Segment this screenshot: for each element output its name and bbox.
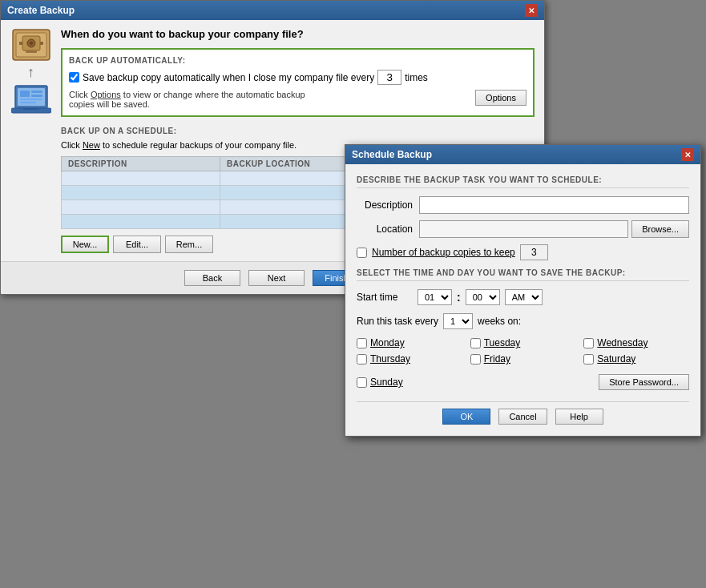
schedule-dialog-close-button[interactable]: ✕ — [681, 148, 694, 161]
location-label: Location — [357, 224, 413, 235]
sunday-checkbox[interactable] — [357, 377, 367, 388]
time-section-label: SELECT THE TIME AND DAY YOU WANT TO SAVE… — [357, 268, 689, 281]
friday-checkbox[interactable] — [470, 354, 481, 364]
svg-rect-11 — [23, 108, 39, 110]
auto-backup-section: BACK UP AUTOMATICALLY: Save backup copy … — [61, 48, 535, 117]
svg-rect-12 — [20, 91, 30, 97]
description-row: Description — [357, 196, 689, 214]
create-backup-titlebar: Create Backup ✕ — [1, 1, 544, 20]
monday-day: Monday — [357, 337, 462, 348]
run-task-row: Run this task every 1234 weeks on: — [357, 313, 689, 329]
svg-rect-14 — [31, 95, 42, 97]
laptop-icon — [11, 83, 51, 115]
saturday-day: Saturday — [583, 353, 689, 364]
thursday-day: Thursday — [357, 353, 462, 364]
schedule-dialog-title: Schedule Backup — [352, 149, 432, 160]
next-button[interactable]: Next — [248, 270, 305, 286]
backup-copies-row: Number of backup copies to keep — [357, 244, 689, 260]
time-section: SELECT THE TIME AND DAY YOU WANT TO SAVE… — [357, 268, 689, 425]
monday-label: Monday — [370, 337, 405, 348]
remove-button[interactable]: Rem... — [165, 236, 213, 253]
dialog-footer: OK Cancel Help — [357, 401, 689, 425]
cancel-button[interactable]: Cancel — [498, 409, 547, 425]
wednesday-label: Wednesday — [597, 337, 648, 348]
weeks-select[interactable]: 1234 — [443, 313, 473, 329]
svg-rect-13 — [31, 91, 42, 93]
svg-rect-15 — [20, 99, 42, 100]
create-backup-title: Create Backup — [7, 5, 75, 16]
sunday-store-row: Sunday Store Password... — [357, 374, 689, 390]
schedule-dialog-titlebar: Schedule Backup ✕ — [345, 145, 700, 164]
create-backup-close-button[interactable]: ✕ — [525, 4, 538, 17]
sunday-label: Sunday — [370, 377, 403, 388]
main-question: When do you want to backup your company … — [61, 28, 535, 40]
describe-section-label: DESCRIBE THE BACKUP TASK YOU WANT TO SCH… — [357, 175, 689, 188]
schedule-dialog: Schedule Backup ✕ DESCRIBE THE BACKUP TA… — [345, 144, 701, 437]
start-minute-select[interactable]: 00153045 — [466, 289, 500, 305]
tuesday-label: Tuesday — [484, 337, 521, 348]
svg-rect-5 — [19, 42, 22, 45]
down-arrow-icon: ↑ — [27, 65, 34, 79]
tuesday-checkbox[interactable] — [470, 338, 481, 348]
auto-backup-text: Save backup copy automatically when I cl… — [83, 72, 374, 83]
friday-label: Friday — [484, 353, 510, 364]
new-button[interactable]: New... — [61, 236, 109, 253]
svg-rect-7 — [26, 50, 37, 53]
auto-backup-checkbox[interactable] — [69, 72, 79, 83]
friday-day: Friday — [470, 353, 576, 364]
edit-button[interactable]: Edit... — [113, 236, 161, 253]
thursday-label: Thursday — [370, 353, 410, 364]
start-time-label: Start time — [357, 292, 413, 303]
wednesday-day: Wednesday — [583, 337, 689, 348]
col-description: DESCRIPTION — [62, 157, 220, 171]
saturday-checkbox[interactable] — [583, 354, 594, 364]
backup-copies-label: Number of backup copies to keep — [372, 247, 515, 258]
start-time-row: Start time 01020304 05060708 09101112 : … — [357, 289, 689, 305]
ampm-select[interactable]: AMPM — [505, 289, 543, 305]
options-text: Click Options to view or change where th… — [69, 90, 309, 109]
location-input[interactable] — [419, 220, 628, 238]
description-input[interactable] — [419, 196, 689, 214]
monday-checkbox[interactable] — [357, 338, 367, 348]
backup-copies-input[interactable] — [520, 244, 548, 260]
colon: : — [457, 291, 461, 304]
sunday-day: Sunday — [357, 377, 403, 388]
times-input[interactable] — [377, 70, 401, 85]
days-grid: Monday Tuesday Wednesday Thursday Friday — [357, 337, 689, 364]
dialog-content: DESCRIBE THE BACKUP TASK YOU WANT TO SCH… — [345, 164, 700, 436]
wednesday-checkbox[interactable] — [583, 338, 594, 348]
tuesday-day: Tuesday — [470, 337, 576, 348]
description-label: Description — [357, 199, 413, 211]
auto-backup-label: BACK UP AUTOMATICALLY: — [69, 56, 526, 65]
browse-button[interactable]: Browse... — [631, 220, 689, 238]
run-task-label: Run this task every — [357, 316, 438, 327]
store-password-button[interactable]: Store Password... — [599, 374, 689, 390]
back-button[interactable]: Back — [184, 270, 240, 286]
backup-copies-checkbox[interactable] — [357, 248, 367, 258]
help-button[interactable]: Help — [555, 409, 603, 425]
thursday-checkbox[interactable] — [357, 354, 367, 364]
times-label: times — [405, 72, 428, 83]
safe-icon — [11, 28, 51, 62]
location-row: Location Browse... — [357, 220, 689, 238]
saturday-label: Saturday — [597, 353, 635, 364]
options-button[interactable]: Options — [475, 90, 526, 106]
svg-rect-16 — [20, 102, 36, 103]
schedule-label: BACK UP ON A SCHEDULE: — [61, 127, 535, 135]
svg-rect-6 — [40, 42, 43, 45]
weeks-label: weeks on: — [478, 316, 521, 327]
ok-button[interactable]: OK — [442, 409, 490, 425]
svg-point-4 — [30, 42, 33, 45]
start-hour-select[interactable]: 01020304 05060708 09101112 — [418, 289, 452, 305]
